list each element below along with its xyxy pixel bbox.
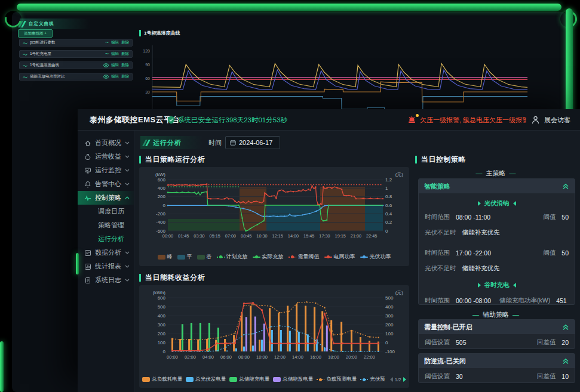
chart-legend: 峰 平 谷 计划充放 实际充放 需量阈值 电网功率 光伏功率 <box>139 253 409 261</box>
sidebar-item-label: 运营收益 <box>95 152 121 161</box>
collapse-button[interactable] <box>562 183 569 190</box>
field-label: 回差值 <box>537 372 556 381</box>
sidebar-subitem-run-analysis[interactable]: 运行分析 <box>78 232 134 246</box>
energy-revenue-chart[interactable]: 60050040030020010005004003002001000-100(… <box>144 288 404 368</box>
field-label: 阈值 <box>543 213 556 221</box>
sidebar-item-label: 告警中心 <box>95 180 121 189</box>
svg-text:05:15: 05:15 <box>210 233 220 239</box>
curve-item-label: 1号柜温湿度曲线 <box>30 63 59 68</box>
delete-button[interactable]: 删除 <box>121 51 129 57</box>
pager-next-icon[interactable] <box>403 377 406 382</box>
curve-list-item[interactable]: 1号柜温湿度曲线 编辑 删除 <box>19 61 133 69</box>
pager-prev-icon[interactable] <box>390 377 393 382</box>
legend-item[interactable]: 总储能放电量 <box>273 376 313 383</box>
sidebar-item-system-log[interactable]: 系统日志 <box>78 273 134 287</box>
sidebar-item-home[interactable]: 首页概况 <box>78 136 134 150</box>
line-style-icon: 〜 <box>105 51 109 57</box>
field-value: 30 <box>456 373 463 380</box>
eye-icon[interactable] <box>103 63 109 67</box>
legend-item[interactable]: 光伏功率 <box>360 253 391 261</box>
tab-run-analysis[interactable]: 运行分析 <box>140 136 202 149</box>
sidebar-item-label: 首页概况 <box>95 138 121 147</box>
curve-list-item[interactable]: 储能充放电功率对比 编辑 删除 <box>19 73 133 81</box>
sidebar-item-alarm-center[interactable]: 告警中心 <box>78 177 134 191</box>
legend-item[interactable]: 电网功率 <box>324 253 355 261</box>
legend-item[interactable]: 实际充放 <box>253 253 284 261</box>
bg-chart-title-text: 1号柜温湿度曲线 <box>144 30 180 36</box>
date-picker[interactable]: 2024-06-17 <box>225 136 280 149</box>
field-label: 时间范围 <box>425 297 450 305</box>
delete-button[interactable]: 删除 <box>121 74 129 79</box>
ems-platform-window: 泰州多储联控EMS云平台 系统已安全运行398天23时01分53秒 欠压一级报警… <box>78 109 580 392</box>
subtitle-text: 光伏消纳 <box>484 199 510 208</box>
money-bag-icon <box>84 153 91 160</box>
legend-item[interactable]: 总储能充电量 <box>229 376 269 383</box>
strategy-run-chart[interactable]: 6004002000-200-400-6001.210.80.60.40.20(… <box>144 170 404 240</box>
user-icon[interactable] <box>532 116 539 124</box>
svg-text:14:00: 14:00 <box>288 233 299 239</box>
legend-item[interactable]: 计划充放 <box>217 253 248 261</box>
date-value: 2024-06-17 <box>239 139 272 146</box>
legend-item[interactable]: 负载预测电量 <box>317 376 357 383</box>
alarm-marquee[interactable]: 欠压一级报警, 簇总电压欠压一级报警, 簇SO <box>420 109 526 131</box>
svg-text:16:00: 16:00 <box>310 354 321 360</box>
add-curve-button[interactable]: 添加曲线图 + <box>18 29 53 38</box>
legend-item[interactable]: 峰 <box>158 253 173 261</box>
svg-text:300: 300 <box>385 313 394 319</box>
field-label: 时间范围 <box>425 213 450 221</box>
main-content: 运行分析 时间 2024-06-17 当日策略运行分析 6004002000-2… <box>134 131 580 392</box>
svg-text:600: 600 <box>158 177 166 183</box>
card-title: 需量控制-已开启 <box>424 323 472 332</box>
legend-item[interactable]: 总光伏发电量 <box>186 376 226 383</box>
shield-check-icon <box>167 116 175 124</box>
eye-icon[interactable] <box>103 75 109 79</box>
alarm-siren-icon[interactable] <box>407 115 416 124</box>
sidebar-subitem-label: 运行分析 <box>98 234 124 243</box>
legend-item[interactable]: 平 <box>177 253 192 261</box>
edit-button[interactable]: 编辑 <box>111 40 119 45</box>
svg-text:60: 60 <box>145 76 150 81</box>
tab-label: 运行分析 <box>153 138 182 147</box>
edit-button[interactable]: 编辑 <box>111 51 119 57</box>
svg-text:200: 200 <box>158 331 166 337</box>
legend-item[interactable]: 需量阈值 <box>289 253 320 261</box>
sidebar-item-control-strategy[interactable]: 控制策略 <box>78 191 134 205</box>
triangle-right-icon <box>478 283 481 288</box>
legend-item[interactable]: 谷 <box>197 253 212 261</box>
field-value: 00:00 -08:00 <box>456 297 491 304</box>
sidebar-item-monitoring[interactable]: 运行监控 <box>78 163 134 177</box>
sidebar-subitem-dispatch-calendar[interactable]: 调度日历 <box>78 205 134 218</box>
legend-label: 需量阈值 <box>298 253 320 261</box>
collapse-button[interactable] <box>562 358 569 365</box>
sidebar-item-statistics-report[interactable]: 统计报表 <box>78 260 134 273</box>
strategy-row: 光伏不足时 储能补充优先 <box>419 229 575 237</box>
legend-item[interactable]: 总负载耗电量 <box>142 376 182 383</box>
legend-item[interactable]: 光伏预 <box>360 376 385 383</box>
edit-button[interactable]: 编辑 <box>111 74 119 79</box>
demand-control-card: 需量控制-已开启 阈值设置 505 回差值 20 <box>418 319 575 349</box>
sidebar-item-revenue[interactable]: 运营收益 <box>78 150 134 163</box>
svg-text:0.6: 0.6 <box>385 203 392 208</box>
sidebar-item-data-analysis[interactable]: 数据分析 <box>78 246 134 260</box>
energy-chart-card: 60050040030020010005004003002001000-100(… <box>139 285 409 388</box>
legend-label: 电网功率 <box>334 253 355 261</box>
temperature-humidity-chart[interactable]: 120906030 <box>139 41 567 109</box>
svg-text:100: 100 <box>385 331 394 337</box>
neon-border-top <box>17 4 561 11</box>
user-name[interactable]: 展会访客 <box>544 109 570 131</box>
svg-text:22:00: 22:00 <box>364 354 375 360</box>
svg-text:10:30: 10:30 <box>256 233 267 239</box>
field-label: 阈值设置 <box>425 372 450 381</box>
edit-button[interactable]: 编辑 <box>111 63 119 68</box>
collapse-button[interactable] <box>562 324 569 331</box>
svg-text:(kWh): (kWh) <box>153 290 166 295</box>
curve-list-item[interactable]: pcs柜运行参数 〜 编辑 删除 <box>19 39 133 47</box>
delete-button[interactable]: 删除 <box>121 40 129 45</box>
curve-list-item[interactable]: 1号柜充电量 〜 编辑 删除 <box>19 50 133 58</box>
delete-button[interactable]: 删除 <box>121 63 129 68</box>
aux-strategy-divider: —辅助策略— <box>415 310 576 319</box>
curve-item-label: 1号柜充电量 <box>30 51 51 57</box>
divider-dash: — <box>472 311 479 318</box>
sidebar-subitem-strategy-management[interactable]: 策略管理 <box>78 218 134 232</box>
bell-icon <box>84 181 91 188</box>
